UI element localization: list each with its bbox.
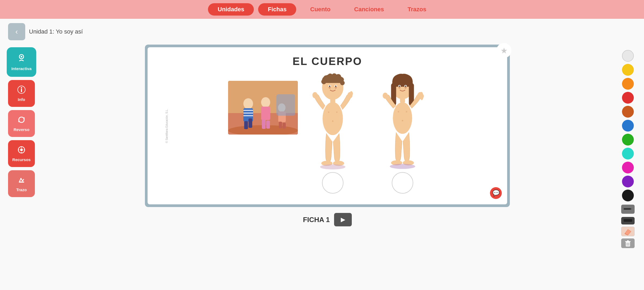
info-icon (17, 85, 26, 96)
trazo-label: Trazo (16, 187, 27, 192)
color-dark-orange[interactable] (622, 106, 634, 118)
fill-tool[interactable] (621, 217, 635, 224)
color-red[interactable] (622, 92, 634, 104)
color-palette (617, 45, 639, 248)
interactiva-button[interactable]: Interactiva (7, 47, 36, 77)
svg-rect-31 (279, 122, 282, 128)
svg-rect-82 (631, 209, 632, 209)
trash-tool[interactable] (621, 238, 635, 248)
main-layout: Interactiva Info Reverso (0, 45, 644, 248)
svg-rect-23 (244, 121, 248, 129)
color-cyan[interactable] (622, 148, 634, 160)
svg-point-25 (261, 97, 270, 107)
svg-point-69 (393, 102, 412, 134)
center-content: ★ © Santillana Educación, S.L. EL CUERPO (42, 45, 613, 226)
info-button[interactable]: Info (8, 80, 35, 107)
svg-point-57 (328, 111, 330, 113)
trazo-button[interactable]: Trazo (8, 170, 35, 197)
svg-point-45 (329, 86, 330, 87)
color-yellow[interactable] (622, 64, 634, 76)
left-sidebar: Interactiva Info Reverso (5, 45, 38, 197)
play-button[interactable]: ▶ (334, 213, 352, 226)
touch-icon (17, 53, 26, 65)
interactiva-label: Interactiva (11, 66, 31, 71)
svg-rect-68 (400, 98, 405, 103)
svg-point-50 (332, 120, 334, 122)
color-orange[interactable] (622, 78, 634, 90)
color-black[interactable] (622, 190, 634, 201)
breadcrumb: ‹ Unidad 1: Yo soy así (0, 19, 644, 45)
nav-canciones[interactable]: Canciones (345, 3, 394, 16)
info-label: Info (18, 97, 25, 102)
nav-fichas[interactable]: Fichas (258, 3, 296, 16)
svg-point-4 (21, 87, 22, 88)
figure-girl-label-circle (392, 172, 413, 194)
figure-boy-label-circle (322, 172, 343, 194)
top-nav: Unidades Fichas Cuento Canciones Trazos (0, 0, 644, 19)
svg-point-51 (312, 92, 317, 98)
recursos-icon (17, 146, 26, 156)
reverso-label: Reverso (13, 127, 29, 132)
breadcrumb-text: Unidad 1: Yo soy así (29, 28, 83, 35)
worksheet-frame: ★ © Santillana Educación, S.L. EL CUERPO (145, 45, 510, 207)
color-purple[interactable] (622, 176, 634, 187)
svg-point-58 (336, 111, 338, 113)
copyright-text: © Santillana Educación, S.L. (165, 109, 168, 143)
color-white[interactable] (622, 50, 634, 62)
nav-unidades[interactable]: Unidades (208, 3, 254, 16)
svg-rect-3 (21, 89, 22, 92)
star-button[interactable]: ★ (496, 43, 511, 58)
svg-rect-81 (624, 208, 631, 210)
color-blue[interactable] (622, 120, 634, 132)
svg-point-47 (335, 86, 336, 87)
children-photo (228, 81, 298, 135)
svg-rect-83 (624, 219, 632, 222)
color-green[interactable] (622, 134, 634, 146)
svg-point-56 (320, 164, 346, 169)
svg-rect-27 (262, 119, 266, 129)
ficha-label: FICHA 1 (303, 216, 330, 224)
reverso-icon (17, 115, 26, 126)
recursos-button[interactable]: Recursos (8, 140, 35, 167)
svg-rect-33 (276, 94, 295, 116)
svg-rect-28 (266, 121, 270, 129)
svg-point-71 (383, 93, 388, 99)
recursos-label: Recursos (12, 157, 31, 162)
trazo-icon (17, 176, 26, 186)
reverso-button[interactable]: Reverso (8, 110, 35, 137)
photo-image (228, 81, 298, 135)
svg-rect-14 (19, 182, 24, 183)
figure-girl-col (378, 73, 427, 194)
worksheet-inner: © Santillana Educación, S.L. EL CUERPO (148, 47, 507, 204)
svg-rect-32 (283, 123, 286, 129)
svg-point-65 (399, 86, 400, 87)
ficha-bottom: FICHA 1 ▶ (303, 213, 352, 226)
figure-boy-col (309, 73, 357, 194)
svg-point-80 (406, 111, 407, 113)
svg-point-78 (390, 164, 415, 169)
svg-rect-26 (261, 107, 270, 120)
svg-point-49 (323, 102, 343, 135)
figure-boy (309, 73, 357, 169)
color-pink[interactable] (622, 162, 634, 173)
figure-girl (378, 73, 427, 169)
nav-trazos[interactable]: Trazos (398, 3, 436, 16)
back-button[interactable]: ‹ (8, 23, 25, 40)
svg-point-1 (21, 56, 22, 57)
worksheet-body (158, 73, 496, 194)
comment-badge[interactable]: 💬 (490, 187, 502, 199)
nav-cuento[interactable]: Cuento (301, 3, 340, 16)
svg-point-70 (402, 120, 403, 121)
body-figures (309, 73, 427, 194)
back-icon: ‹ (15, 27, 18, 36)
brush-tool[interactable] (621, 205, 635, 214)
comment-icon: 💬 (492, 190, 500, 197)
svg-rect-24 (248, 118, 252, 128)
play-icon: ▶ (341, 216, 345, 223)
worksheet-title: EL CUERPO (158, 55, 496, 67)
svg-point-41 (340, 81, 345, 85)
svg-point-67 (405, 86, 406, 87)
svg-point-79 (398, 111, 399, 113)
star-icon: ★ (500, 46, 508, 55)
eraser-tool[interactable] (621, 227, 635, 236)
